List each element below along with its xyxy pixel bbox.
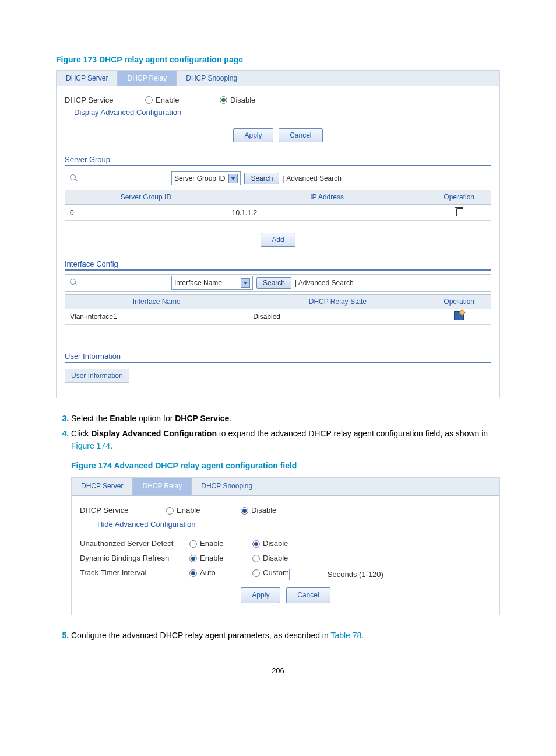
auto-text: Auto (200, 568, 216, 579)
steps-list: Select the Enable option for DHCP Servic… (56, 412, 500, 642)
unauth-label: Unauthorized Server Detect (80, 538, 179, 550)
figure-174-link[interactable]: Figure 174 (71, 441, 110, 450)
tab-dhcp-relay[interactable]: DHCP Relay (118, 71, 177, 86)
enable-text: Enable (200, 538, 223, 550)
disable-text: Disable (230, 96, 255, 104)
tab-dhcp-relay[interactable]: DHCP Relay (133, 478, 192, 495)
dynbind-disable-radio[interactable]: Disable (252, 553, 288, 564)
enable-text: Enable (200, 553, 223, 564)
custom-text: Custom (263, 568, 289, 579)
interface-search-input[interactable] (82, 277, 171, 289)
text: to expand the advanced DHCP relay agent … (217, 429, 488, 438)
table-row: Vlan-interface1 Disabled (65, 309, 491, 325)
search-icon (70, 174, 78, 183)
step-3: Select the Enable option for DHCP Servic… (71, 412, 500, 424)
track-auto-radio[interactable]: Auto (189, 568, 242, 579)
col-operation: Operation (427, 295, 491, 309)
text: Select the (71, 414, 110, 423)
cell-interface-name: Vlan-interface1 (65, 309, 248, 325)
server-group-advanced-search[interactable]: | Advanced Search (283, 174, 342, 183)
step-4: Click Display Advanced Configuration to … (71, 428, 500, 615)
search-icon (70, 279, 78, 287)
server-group-id-dropdown[interactable]: Server Group ID (171, 172, 241, 186)
text: Click (71, 429, 91, 438)
table-row: 0 10.1.1.2 (65, 205, 491, 221)
table-78-link[interactable]: Table 78 (330, 631, 361, 640)
step-5: Configure the advanced DHCP relay agent … (71, 629, 500, 641)
col-interface-name: Interface Name (65, 295, 248, 309)
track-label: Track Timer Interval (80, 568, 179, 579)
tab-dhcp-snooping[interactable]: DHCP Snooping (192, 478, 262, 495)
col-relay-state: DHCP Relay State (248, 295, 427, 309)
page-number: 206 (56, 666, 500, 675)
chevron-down-icon (241, 278, 250, 288)
add-button[interactable]: Add (261, 233, 295, 247)
track-custom-radio[interactable]: Custom (252, 568, 289, 579)
dhcp-service-label: DHCP Service (80, 505, 156, 516)
fig173-panel: DHCP Server DHCP Relay DHCP Snooping DHC… (56, 70, 500, 398)
server-group-search-button[interactable]: Search (244, 173, 279, 184)
interface-config-title: Interface Config (65, 260, 491, 268)
figure-174-caption: Figure 174 Advanced DHCP relay agent con… (71, 460, 500, 471)
disable-text: Disable (263, 553, 288, 564)
dhcp-service-label: DHCP Service (65, 96, 135, 104)
fig174-panel: DHCP Server DHCP Relay DHCP Snooping DHC… (71, 477, 500, 615)
apply-button[interactable]: Apply (241, 587, 280, 603)
text-bold: DHCP Service (175, 414, 229, 423)
interface-searchbar: Interface Name Search | Advanced Search (65, 274, 491, 292)
interface-name-dropdown[interactable]: Interface Name (171, 276, 253, 290)
tab-dhcp-server[interactable]: DHCP Server (72, 478, 133, 495)
dhcp-service-disable-radio[interactable]: Disable (220, 96, 255, 104)
text-bold: Display Advanced Configuration (91, 429, 217, 438)
interface-advanced-search[interactable]: | Advanced Search (295, 279, 354, 287)
text: . (361, 631, 364, 640)
cell-server-group-id: 0 (65, 205, 227, 221)
track-custom-input[interactable] (289, 569, 325, 580)
text: . (110, 441, 112, 450)
delete-icon[interactable] (455, 207, 463, 216)
fig173-tabs: DHCP Server DHCP Relay DHCP Snooping (57, 71, 499, 86)
fig174-tabs: DHCP Server DHCP Relay DHCP Snooping (72, 478, 499, 495)
chevron-down-icon (228, 174, 238, 183)
dhcp-service-disable-radio[interactable]: Disable (241, 505, 276, 516)
enable-text: Enable (156, 96, 179, 104)
hide-advanced-link[interactable]: Hide Advanced Configuration (97, 519, 195, 530)
cancel-button[interactable]: Cancel (286, 587, 330, 603)
dynbind-enable-radio[interactable]: Enable (189, 553, 242, 564)
user-information-button[interactable]: User Information (65, 369, 129, 383)
apply-button[interactable]: Apply (233, 128, 273, 142)
cell-relay-state: Disabled (248, 309, 427, 325)
text-bold: Enable (110, 414, 136, 423)
dropdown-label: Interface Name (174, 279, 222, 287)
edit-icon[interactable] (454, 312, 464, 320)
figure-173-caption: Figure 173 DHCP relay agent configuratio… (56, 55, 500, 64)
col-operation: Operation (427, 190, 491, 205)
unauth-enable-radio[interactable]: Enable (189, 538, 242, 550)
server-group-title: Server Group (65, 155, 491, 164)
enable-text: Enable (177, 505, 200, 516)
tab-dhcp-snooping[interactable]: DHCP Snooping (177, 71, 247, 86)
disable-text: Disable (263, 538, 288, 550)
dynbind-label: Dynamic Bindings Refresh (80, 553, 179, 564)
user-information-title: User Information (65, 352, 491, 360)
dhcp-service-enable-radio[interactable]: Enable (145, 96, 209, 104)
cell-ip-address: 10.1.1.2 (227, 205, 427, 221)
seconds-text: Seconds (1-120) (328, 570, 383, 579)
dropdown-label: Server Group ID (174, 174, 225, 183)
server-group-table: Server Group ID IP Address Operation 0 1… (65, 190, 491, 221)
text: Configure the advanced DHCP relay agent … (71, 631, 330, 640)
text: . (229, 414, 231, 423)
tab-dhcp-server[interactable]: DHCP Server (57, 71, 118, 86)
server-group-searchbar: Server Group ID Search | Advanced Search (65, 170, 491, 187)
cancel-button[interactable]: Cancel (279, 128, 322, 142)
server-group-search-input[interactable] (82, 173, 171, 184)
disable-text: Disable (251, 505, 276, 516)
display-advanced-link[interactable]: Display Advanced Configuration (74, 108, 181, 117)
unauth-disable-radio[interactable]: Disable (252, 538, 288, 550)
col-ip-address: IP Address (227, 190, 427, 205)
dhcp-service-enable-radio[interactable]: Enable (166, 505, 230, 516)
text: option for (136, 414, 175, 423)
interface-search-button[interactable]: Search (256, 277, 291, 289)
col-server-group-id: Server Group ID (65, 190, 227, 205)
interface-table: Interface Name DHCP Relay State Operatio… (65, 294, 491, 325)
